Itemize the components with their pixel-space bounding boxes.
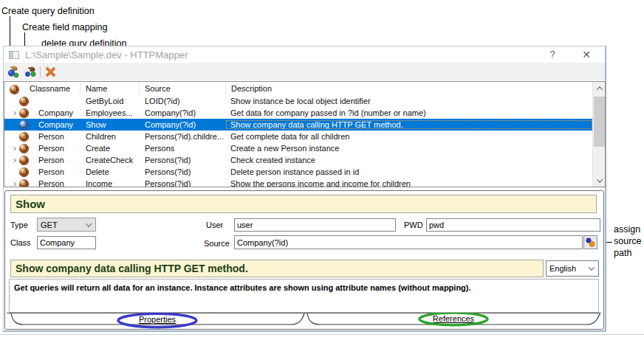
pwd-label: PWD	[404, 221, 423, 229]
query-table-body: GetByLoid LOID(?id) Show instance be loc…	[4, 95, 592, 187]
user-label: User	[206, 221, 223, 229]
cell-name: GetByLoid	[80, 97, 140, 105]
cell-description: Show the persons income and income for c…	[226, 179, 592, 187]
query-icon	[19, 97, 29, 106]
properties-panel: Show Type GET User PWD Class Source	[4, 190, 604, 330]
column-header-description[interactable]: Description	[226, 83, 605, 94]
cell-source: Persons(?id)	[140, 167, 226, 176]
query-icon	[19, 144, 29, 153]
query-table: Classname Name Source Description GetByL…	[4, 81, 606, 187]
row-icon-cell	[19, 143, 35, 153]
row-expander[interactable]	[7, 159, 19, 162]
row-icon-cell	[19, 131, 35, 142]
create-field-mapping-button[interactable]	[24, 65, 37, 78]
chevron-right-icon	[10, 111, 16, 115]
query-title-bar: Show	[10, 195, 597, 213]
user-input[interactable]	[234, 218, 396, 232]
annotation-create-field: Create field mapping	[22, 22, 107, 32]
assign-source-path-button[interactable]	[583, 235, 597, 249]
row-icon-cell	[19, 108, 35, 118]
cell-description: Check created instance	[226, 156, 592, 164]
httpmapper-window: L:\Sample\Sample.dev - HTTPMapper ? ✕	[3, 46, 606, 332]
column-header-classname[interactable]: Classname	[24, 83, 80, 94]
query-icon	[10, 85, 19, 94]
assign-source-path-icon	[585, 237, 596, 248]
cell-classname: Person	[35, 132, 80, 141]
cell-classname: Person	[35, 156, 80, 164]
screenshot-page: Create query definition Create field map…	[0, 0, 644, 340]
help-button[interactable]: ?	[541, 46, 564, 63]
scroll-down-button[interactable]	[593, 174, 606, 187]
toolbar	[4, 63, 605, 80]
chevron-right-icon	[10, 182, 16, 186]
description-title: Show company data calling HTTP GET metho…	[16, 263, 543, 274]
query-row[interactable]: Company Show Company(?id) Show company d…	[4, 119, 592, 131]
cell-name: Show	[80, 120, 140, 129]
close-button[interactable]: ✕	[575, 46, 597, 63]
query-icon	[19, 179, 29, 187]
cell-classname: Company	[35, 120, 80, 129]
cell-name: CreateCheck	[80, 156, 140, 164]
cell-description: Delete person instance passed in id	[226, 167, 592, 176]
cell-description: Get data for company passed in ?id (numb…	[226, 108, 592, 117]
bottom-rule	[0, 334, 644, 335]
query-row[interactable]: Person Income Persons(?id) Show the pers…	[4, 178, 592, 187]
annotation-assign-source-path: assign source path	[614, 223, 642, 259]
source-input[interactable]	[234, 235, 583, 249]
column-header-name[interactable]: Name	[80, 83, 140, 94]
class-input[interactable]	[37, 236, 96, 249]
tab-properties[interactable]: Properties	[139, 315, 177, 324]
tab-references[interactable]: References	[433, 314, 475, 323]
column-header-source[interactable]: Source	[140, 83, 226, 94]
query-table-header: Classname Name Source Description	[4, 82, 605, 95]
cell-name: Children	[80, 132, 140, 141]
chevron-down-icon	[86, 221, 92, 226]
scrollbar-thumb[interactable]	[594, 97, 605, 147]
vertical-scrollbar[interactable]	[592, 82, 605, 187]
cell-name: Create	[80, 144, 140, 153]
create-field-mapping-icon	[24, 66, 37, 78]
query-icon	[19, 108, 29, 118]
cell-classname: Person	[35, 144, 80, 153]
cell-source: Persons(?id).childre...	[140, 132, 226, 141]
header-icon-cell	[10, 83, 24, 94]
row-icon-cell	[19, 119, 35, 130]
cell-source: Persons(?id)	[140, 156, 226, 164]
row-expander[interactable]	[7, 111, 19, 115]
cell-source: Persons(?id)	[140, 179, 226, 187]
title-bar: L:\Sample\Sample.dev - HTTPMapper ? ✕	[4, 46, 605, 63]
create-query-definition-button[interactable]	[7, 65, 20, 78]
query-row[interactable]: Person Children Persons(?id).childre... …	[4, 131, 592, 142]
tab-strip: Properties References	[5, 313, 603, 329]
cell-name: Employees...	[80, 108, 140, 117]
scroll-up-button[interactable]	[593, 82, 606, 94]
chevron-right-icon	[10, 147, 16, 150]
cell-source: LOID(?id)	[140, 97, 226, 105]
source-label: Source	[204, 239, 230, 248]
cell-description: Show instance be local object identifier	[226, 97, 592, 105]
row-expander[interactable]	[7, 147, 19, 150]
language-dropdown[interactable]: English	[546, 260, 599, 277]
query-row[interactable]: Company Employees... Company(?id) Get da…	[4, 107, 592, 119]
description-body-box[interactable]: Get queries will return all data for an …	[9, 279, 599, 313]
cell-source: Company(?id)	[140, 120, 226, 129]
pwd-input[interactable]	[426, 218, 600, 232]
query-row[interactable]: Person Create Persons Create a new Perso…	[4, 142, 592, 154]
delete-query-definition-button[interactable]	[44, 65, 57, 78]
toolbar-separator	[40, 66, 41, 77]
cell-name: Income	[80, 179, 140, 187]
row-icon-cell	[19, 167, 35, 177]
type-label: Type	[10, 221, 28, 229]
query-row[interactable]: Person CreateCheck Persons(?id) Check cr…	[4, 154, 592, 166]
cell-classname: Company	[35, 108, 80, 117]
app-icon	[9, 51, 19, 59]
query-row[interactable]: GetByLoid LOID(?id) Show instance be loc…	[4, 95, 592, 107]
row-expander[interactable]	[7, 182, 19, 186]
row-icon-cell	[19, 178, 35, 187]
cell-classname: Person	[35, 179, 80, 187]
chevron-right-icon	[10, 159, 16, 162]
description-body: Get queries will return all data for an …	[14, 283, 594, 292]
query-row[interactable]: Person Delete Persons(?id) Delete person…	[4, 166, 592, 178]
create-query-icon	[7, 66, 20, 78]
type-dropdown[interactable]: GET	[37, 218, 96, 232]
